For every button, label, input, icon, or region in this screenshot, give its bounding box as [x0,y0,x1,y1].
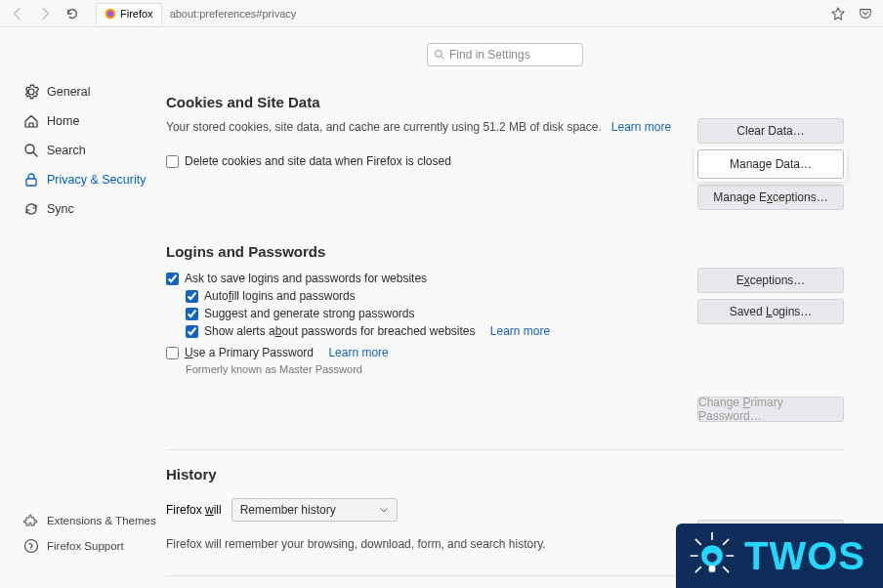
sidebar-bottom-links: Extensions & Themes Firefox Support [16,508,164,559]
suggest-passwords-checkbox[interactable] [186,308,198,320]
clear-data-button[interactable]: Clear Data… [697,118,844,144]
sidebar-item-privacy[interactable]: Privacy & Security [16,166,156,193]
autofill-logins-checkbox[interactable] [186,290,198,303]
history-label: Firefox will [166,503,222,517]
question-icon [23,538,39,554]
cookies-section: Cookies and Site Data Your stored cookie… [166,94,844,216]
primary-learn-more[interactable]: Learn more [328,346,388,359]
pocket-icon[interactable] [854,2,877,25]
change-primary-password-button: Change Primary Password… [697,397,844,422]
preferences-main: Find in Settings Cookies and Site Data Y… [156,27,883,588]
sidebar-item-label: General [47,85,90,99]
watermark-badge: TWOS [676,524,883,588]
suggest-label: Suggest and generate strong passwords [204,307,414,320]
sync-icon [23,201,39,217]
logins-section: Logins and Passwords Ask to save logins … [166,243,844,428]
section-divider [166,449,844,450]
history-description: Firefox will remember your browsing, dow… [166,535,678,554]
cookies-learn-more[interactable]: Learn more [611,120,671,134]
primary-password-label: Use a Primary Password [185,346,314,359]
section-title-cookies: Cookies and Site Data [166,94,844,110]
manage-exceptions-button[interactable]: Manage Exceptions… [697,185,844,210]
sidebar-item-label: Sync [47,202,74,216]
manage-data-button[interactable]: Manage Data… [697,149,844,179]
section-title-logins: Logins and Passwords [166,243,844,260]
section-title-history: History [166,466,844,483]
firefox-icon [105,8,116,20]
sidebar-firefox-support[interactable]: Firefox Support [16,533,164,559]
autofill-label: Autofill logins and passwords [204,289,356,303]
sidebar-item-home[interactable]: Home [16,107,156,135]
formerly-note: Formerly known as Master Password [186,363,678,375]
preferences-content: General Home Search Privacy & Security S… [0,27,883,588]
alerts-learn-more[interactable]: Learn more [490,324,550,338]
svg-point-1 [107,11,113,17]
forward-button [33,2,57,25]
search-placeholder: Find in Settings [449,48,530,62]
bookmark-star-icon[interactable] [826,2,850,25]
sidebar-item-label: Search [47,144,86,157]
logins-exceptions-button[interactable]: Exceptions… [697,268,844,293]
chevron-down-icon [379,505,389,515]
ask-save-logins-checkbox[interactable] [166,273,179,285]
saved-logins-button[interactable]: Saved Logins… [697,299,844,324]
gear-icon [23,84,39,100]
browser-toolbar: Firefox about:preferences#privacy [0,0,883,27]
preferences-sidebar: General Home Search Privacy & Security S… [0,27,156,588]
svg-line-12 [724,567,729,572]
breach-alerts-checkbox[interactable] [186,325,198,338]
reload-button[interactable] [61,2,84,25]
sidebar-item-label: Privacy & Security [47,173,146,187]
svg-rect-14 [709,566,716,572]
svg-rect-3 [26,179,36,186]
puzzle-icon [23,513,39,528]
url-text: about:preferences#privacy [170,8,297,20]
url-bar[interactable]: Firefox about:preferences#privacy [96,3,815,24]
tab-label: Firefox [120,8,153,20]
alerts-label: Show alerts about passwords for breached… [204,324,476,338]
tab-chip: Firefox [96,3,162,24]
svg-line-7 [695,539,700,544]
sidebar-bottom-label: Firefox Support [47,540,124,552]
ask-save-label: Ask to save logins and passwords for web… [185,272,427,285]
sidebar-item-sync[interactable]: Sync [16,195,156,223]
watermark-text: TWOS [744,534,865,578]
sidebar-bottom-label: Extensions & Themes [47,515,156,526]
svg-line-8 [724,539,729,544]
delete-cookies-on-close-checkbox[interactable] [166,155,179,168]
sidebar-item-general[interactable]: General [16,78,156,105]
home-icon [23,113,39,129]
svg-line-11 [695,567,700,572]
sidebar-extensions-themes[interactable]: Extensions & Themes [16,508,164,533]
settings-search[interactable]: Find in Settings [427,43,583,66]
lock-icon [23,172,39,188]
back-button [6,2,29,25]
search-icon [434,49,445,61]
history-select-value: Remember history [240,503,336,517]
lightbulb-icon [688,531,736,580]
search-icon [23,143,39,158]
sidebar-item-search[interactable]: Search [16,137,156,164]
cookies-description: Your stored cookies, site data, and cach… [166,118,678,137]
delete-cookies-label: Delete cookies and site data when Firefo… [185,154,451,168]
history-mode-select[interactable]: Remember history [231,498,398,522]
sidebar-item-label: Home [47,114,79,128]
primary-password-checkbox[interactable] [166,347,179,359]
